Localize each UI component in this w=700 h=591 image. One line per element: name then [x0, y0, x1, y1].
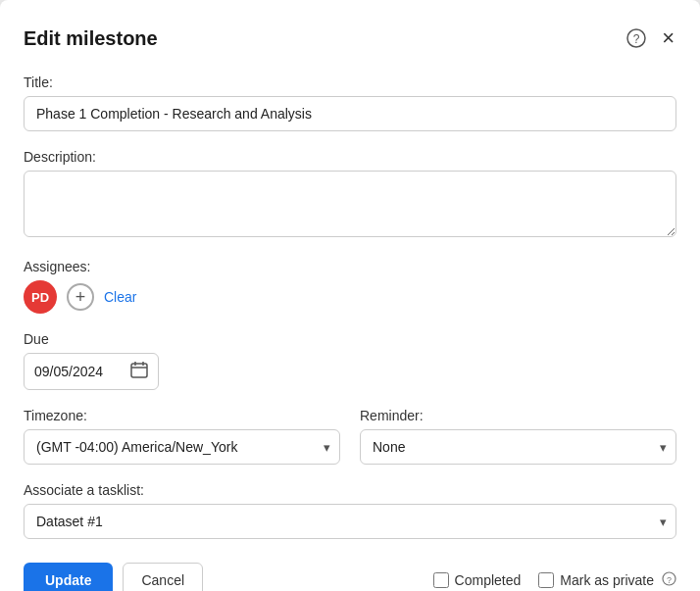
modal-title: Edit milestone: [24, 27, 158, 50]
mark-private-label[interactable]: Mark as private ?: [538, 571, 676, 589]
modal-header: Edit milestone ? ×: [24, 24, 676, 53]
footer-checkboxes: Completed Mark as private ?: [433, 571, 676, 589]
svg-text:?: ?: [633, 32, 640, 46]
reminder-section: Reminder: None On due date 1 day before …: [360, 408, 676, 465]
title-section: Title:: [24, 74, 676, 131]
completed-label[interactable]: Completed: [433, 572, 522, 588]
add-assignee-button[interactable]: +: [67, 283, 94, 311]
assignees-section: Assignees: PD + Clear: [24, 259, 676, 314]
mark-private-text: Mark as private: [560, 572, 654, 588]
timezone-label: Timezone:: [24, 408, 340, 423]
svg-text:?: ?: [667, 575, 672, 585]
timezone-select[interactable]: (GMT -04:00) America/New_York (GMT -05:0…: [24, 429, 340, 465]
close-button[interactable]: ×: [660, 24, 676, 53]
reminder-label: Reminder:: [360, 408, 676, 423]
avatar[interactable]: PD: [24, 280, 57, 314]
assignees-label: Assignees:: [24, 259, 676, 274]
timezone-reminder-row: Timezone: (GMT -04:00) America/New_York …: [24, 408, 676, 465]
close-icon: ×: [662, 25, 675, 51]
edit-milestone-modal: Edit milestone ? × Title: Description: A…: [0, 0, 700, 591]
date-input-wrapper: [24, 353, 159, 390]
due-label: Due: [24, 331, 676, 347]
help-button[interactable]: ?: [625, 26, 648, 50]
description-input[interactable]: [24, 171, 676, 237]
clear-assignees-button[interactable]: Clear: [104, 289, 136, 305]
help-icon: ?: [626, 28, 646, 48]
timezone-section: Timezone: (GMT -04:00) America/New_York …: [24, 408, 340, 465]
tasklist-label: Associate a tasklist:: [24, 482, 676, 498]
svg-rect-2: [131, 364, 147, 377]
reminder-select-wrapper: None On due date 1 day before 2 days bef…: [360, 429, 676, 465]
plus-icon: +: [75, 288, 86, 306]
tasklist-select-wrapper: Dataset #1 Dataset #2 Dataset #3: [24, 504, 676, 539]
header-icons: ? ×: [625, 24, 676, 53]
title-input[interactable]: [24, 96, 676, 131]
description-section: Description:: [24, 149, 676, 241]
footer-actions: Update Cancel: [24, 563, 203, 591]
update-button[interactable]: Update: [24, 563, 113, 591]
tasklist-select[interactable]: Dataset #1 Dataset #2 Dataset #3: [24, 504, 676, 539]
tasklist-section: Associate a tasklist: Dataset #1 Dataset…: [24, 482, 676, 539]
description-label: Description:: [24, 149, 676, 165]
mark-private-help-icon[interactable]: ?: [662, 571, 676, 589]
assignees-row: PD + Clear: [24, 280, 676, 314]
title-label: Title:: [24, 74, 676, 90]
due-section: Due: [24, 331, 676, 390]
mark-private-checkbox[interactable]: [538, 572, 554, 588]
reminder-select[interactable]: None On due date 1 day before 2 days bef…: [360, 429, 676, 465]
modal-footer: Update Cancel Completed Mark as private …: [24, 563, 676, 591]
cancel-button[interactable]: Cancel: [123, 563, 203, 591]
calendar-icon[interactable]: [130, 361, 148, 382]
completed-checkbox[interactable]: [433, 572, 449, 588]
timezone-select-wrapper: (GMT -04:00) America/New_York (GMT -05:0…: [24, 429, 340, 465]
completed-text: Completed: [455, 572, 522, 588]
date-input[interactable]: [34, 364, 123, 379]
